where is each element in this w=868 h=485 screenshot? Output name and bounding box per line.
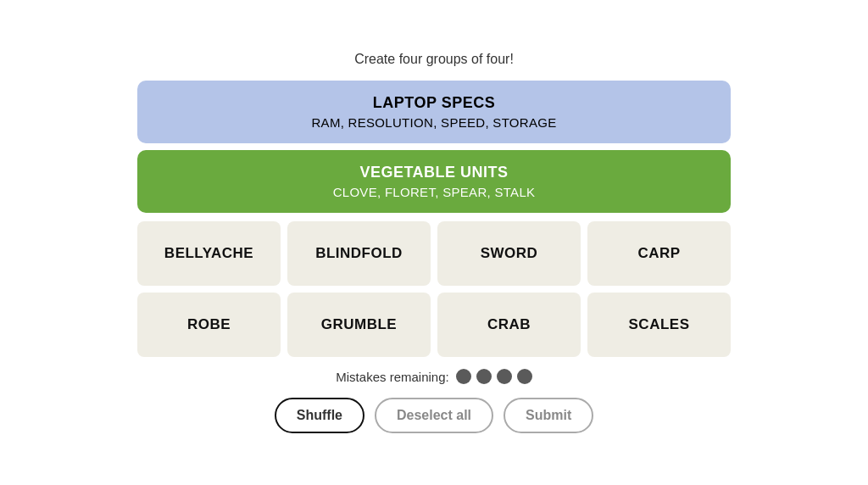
tile-scales[interactable]: SCALES [587, 293, 731, 357]
tile-robe[interactable]: ROBE [137, 293, 281, 357]
submit-button[interactable]: Submit [504, 398, 593, 433]
tile-sword[interactable]: SWORD [437, 221, 581, 286]
word-grid: BELLYACHEBLINDFOLDSWORDCARPROBEGRUMBLECR… [137, 221, 731, 357]
subtitle: Create four groups of four! [354, 52, 514, 67]
solved-row-laptop-specs: LAPTOP SPECS RAM, RESOLUTION, SPEED, STO… [137, 81, 731, 143]
mistakes-label: Mistakes remaining: [336, 370, 448, 384]
category-name: VEGETABLE UNITS [154, 164, 714, 181]
category-words: RAM, RESOLUTION, SPEED, STORAGE [154, 115, 714, 130]
solved-row-vegetable-units: VEGETABLE UNITS CLOVE, FLORET, SPEAR, ST… [137, 150, 731, 213]
mistake-dot-2 [476, 369, 492, 384]
mistake-dot-1 [456, 369, 471, 384]
tile-grumble[interactable]: GRUMBLE [287, 293, 431, 357]
category-name: LAPTOP SPECS [154, 94, 714, 112]
button-row: Shuffle Deselect all Submit [275, 398, 594, 433]
tile-carp[interactable]: CARP [587, 221, 731, 286]
solved-rows: LAPTOP SPECS RAM, RESOLUTION, SPEED, STO… [137, 81, 731, 213]
tile-crab[interactable]: CRAB [437, 293, 581, 357]
mistakes-row: Mistakes remaining: [336, 369, 531, 384]
dot-container [456, 369, 532, 384]
mistake-dot-3 [497, 369, 512, 384]
category-words: CLOVE, FLORET, SPEAR, STALK [154, 185, 714, 199]
tile-bellyache[interactable]: BELLYACHE [137, 221, 281, 286]
mistake-dot-4 [517, 369, 532, 384]
game-container: Create four groups of four! LAPTOP SPECS… [137, 35, 731, 450]
shuffle-button[interactable]: Shuffle [275, 398, 364, 433]
deselect-button[interactable]: Deselect all [375, 398, 493, 433]
tile-blindfold[interactable]: BLINDFOLD [287, 221, 431, 286]
